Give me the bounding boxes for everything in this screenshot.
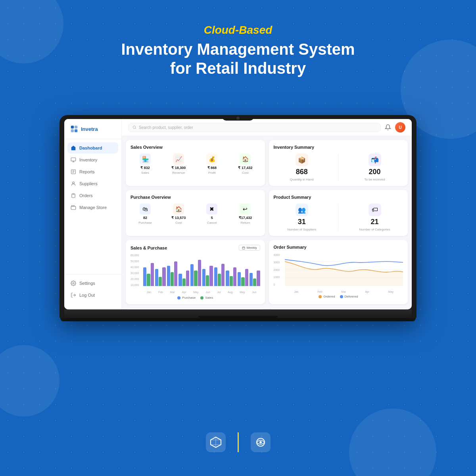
footer-box-icon [206,432,226,452]
qty-icon: 📦 [296,154,308,166]
bar-chart: 60,00050,00040,00030,00020,00010,000 Jan… [131,254,260,294]
stat-profit: 💰 ₹ 868 Profit [197,154,226,175]
topbar-actions: U [385,122,405,132]
prod-divider [338,203,338,231]
bar-4-0 [190,264,194,286]
purchase-overview-card: Purchase Overview 🛍 82 Purchase 🏠 ₹ 13,5… [126,190,265,236]
suppliers-stat-value: 31 [298,218,306,226]
svg-rect-1 [75,126,77,129]
logo-icon [70,125,79,133]
product-stats: 👥 31 Number of Suppliers 🏷 21 Number of … [274,203,403,231]
bar-9-0 [250,273,253,286]
bar-group-4 [190,260,201,286]
sales-icon: 🏪 [140,154,151,165]
bar-group-0 [143,263,154,286]
bar-5-1 [206,275,209,286]
sales-purchase-chart-card: Sales & Purchase Weekly 60,00050,00040,0… [126,240,265,304]
line-chart-svg [285,253,403,286]
svg-rect-2 [71,129,74,132]
sidebar-item-orders[interactable]: Orders [67,190,118,201]
sales-overview-title: Sales Overview [131,145,260,150]
categories-value: 21 [371,218,379,226]
logo-text: Invetra [81,126,98,132]
bar-0-1 [147,274,150,286]
legend-sales: Sales [200,296,213,299]
bar-3-2 [186,271,189,286]
svg-rect-0 [71,126,74,129]
bar-1-0 [155,269,158,286]
line-chart-inner [285,253,403,286]
suppliers-icon [71,181,76,186]
bar-9-2 [257,271,260,286]
line-chart: 40003000200010000 [274,253,403,293]
sidebar-label-dashboard: Dashobard [79,146,102,150]
search-bar[interactable]: Search product, supplier, order [128,123,381,132]
user-avatar[interactable]: U [395,122,405,132]
reports-icon [71,169,76,175]
bar-7-2 [233,267,236,286]
purchase-cost-value: ₹ 13,573 [171,216,186,220]
stat-sales: 🏪 ₹ 832 Sales [131,154,160,175]
qty-in-hand: 📦 868 Quantity in Hand [274,154,330,181]
sales-legend-label: Sales [205,296,213,299]
bar-group-9 [250,271,260,286]
bar-0-0 [143,267,146,286]
header-title-line2: for Retail Industry [0,59,476,78]
bell-icon[interactable] [385,124,391,131]
bar-7-1 [230,276,233,286]
bar-5-0 [202,269,205,286]
bar-x-labels: JanFebMarAprMayJunJulAugMayJun [143,291,260,294]
bar-group-2 [167,261,178,286]
cost-value: ₹ 17,432 [238,166,252,170]
sidebar-item-inventory[interactable]: Inventory [67,154,118,165]
inv-divider [338,154,338,181]
revenue-value: ₹ 18,300 [171,166,186,170]
content-grid: Sales Overview 🏪 ₹ 832 Sales 📈 ₹ 18,300 [122,136,412,309]
footer-divider [238,432,239,452]
bar-7-0 [226,271,229,286]
bar-1-1 [159,277,162,286]
product-summary-card: Product Summary 👥 31 Number of Suppliers… [269,190,408,236]
calendar-icon [242,246,245,250]
laptop-base [64,309,412,318]
profit-label: Profit [208,171,216,175]
sidebar-item-reports[interactable]: Reports [67,166,118,177]
bar-3-1 [182,278,186,286]
revenue-icon: 📈 [173,154,184,165]
purchase-icon: 🛍 [140,203,151,215]
bar-6-1 [218,274,221,286]
sidebar-item-logout[interactable]: Log Out [67,290,118,301]
bg-circle-3 [0,345,60,416]
logout-icon [71,292,76,298]
ordered-dot [319,295,322,298]
bar-group-3 [178,271,189,286]
sidebar-label-manage-store: Manage Store [79,205,107,210]
bar-group-6 [214,264,225,286]
receive-label: To be received [365,178,385,181]
sidebar-item-manage-store[interactable]: Manage Store [67,202,118,213]
ordered-label: Ordered [323,295,335,298]
bar-8-2 [245,269,248,286]
search-placeholder: Search product, supplier, order [139,125,193,130]
chart-header: Sales & Purchase Weekly [131,245,260,251]
bar-4-1 [194,271,197,286]
profit-icon: 💰 [206,154,217,165]
cancel-icon: ✖ [206,203,217,215]
bar-6-0 [214,267,217,286]
sidebar-item-settings[interactable]: Settings [67,278,118,289]
to-be-received: 📬 200 To be received [346,154,403,181]
purchase-legend-label: Purchase [182,296,196,299]
sidebar-item-dashboard[interactable]: Dashobard [67,142,118,154]
qty-value: 868 [296,168,308,176]
profit-value: ₹ 868 [207,166,217,170]
weekly-btn[interactable]: Weekly [239,245,260,251]
svg-point-8 [73,282,74,284]
bar-8-0 [238,272,241,286]
orders-icon [71,193,76,198]
sidebar-label-orders: Orders [79,193,93,198]
bar-chart-inner [143,254,260,286]
sidebar-item-suppliers[interactable]: Suppliers [67,178,118,189]
categories-label: Number of Categories [359,228,390,231]
bar-9-1 [253,278,256,286]
bar-group-5 [202,266,213,286]
